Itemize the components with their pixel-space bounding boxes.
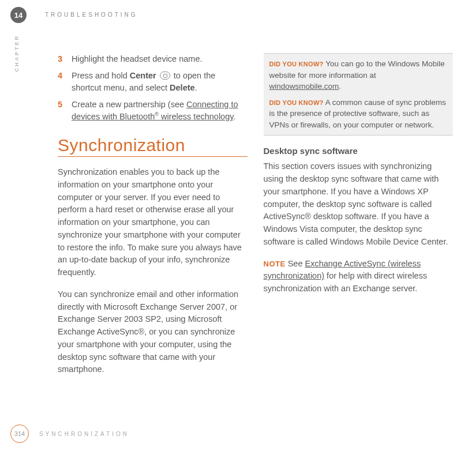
text: . — [233, 112, 235, 121]
note-label: NOTE — [264, 260, 286, 268]
right-column: DID YOU KNOW? You can go to the Windows … — [264, 53, 453, 422]
chapter-number-badge: 14 — [10, 7, 27, 23]
footer-title: SYNCHRONIZATION — [39, 431, 129, 437]
text: . — [339, 82, 341, 91]
step-text: Press and hold Center to open the shortc… — [72, 70, 248, 94]
paragraph: This section covers issues with synchron… — [264, 160, 453, 248]
bold: Center — [130, 71, 156, 80]
left-column: 3 Highlight the headset device name. 4 P… — [58, 53, 248, 422]
step-text: Create a new partnership (see Connecting… — [72, 99, 248, 123]
page-number: 314 — [10, 424, 29, 443]
link-windowsmobile[interactable]: windowsmobile.com — [269, 82, 339, 91]
did-you-know-box: DID YOU KNOW? You can go to the Windows … — [264, 53, 453, 136]
step-number: 4 — [58, 70, 65, 94]
text: Create a new partnership (see — [72, 100, 186, 109]
step-5: 5 Create a new partnership (see Connecti… — [58, 99, 248, 123]
bold: Delete — [170, 83, 195, 92]
paragraph: Synchronization enables you to back up t… — [58, 166, 248, 279]
step-4: 4 Press and hold Center to open the shor… — [58, 70, 248, 94]
step-text: Highlight the headset device name. — [72, 53, 203, 65]
section-heading: Synchronization — [58, 136, 248, 155]
dyk-label: DID YOU KNOW? — [269, 99, 324, 106]
registered-mark: ® — [155, 111, 159, 117]
header-title: TROUBLESHOOTING — [45, 12, 138, 18]
center-button-icon — [160, 72, 170, 80]
content-area: 3 Highlight the headset device name. 4 P… — [58, 53, 453, 422]
note-paragraph: NOTE See Exchange ActiveSync (wireless s… — [264, 258, 453, 295]
step-number: 5 — [58, 99, 65, 123]
text: See — [286, 259, 305, 268]
section-divider — [58, 156, 248, 157]
dyk-label: DID YOU KNOW? — [269, 61, 324, 67]
dyk-entry: DID YOU KNOW? A common cause of sync pro… — [269, 97, 448, 131]
text: Press and hold — [72, 71, 130, 80]
subheading: Desktop sync software — [264, 146, 453, 156]
text: . — [195, 83, 197, 92]
footer: 314 SYNCHRONIZATION — [10, 424, 129, 443]
paragraph: You can synchronize email and other info… — [58, 288, 248, 376]
dyk-entry: DID YOU KNOW? You can go to the Windows … — [269, 58, 448, 92]
step-number: 3 — [58, 53, 65, 65]
chapter-vertical-label: CHAPTER — [14, 35, 20, 72]
step-3: 3 Highlight the headset device name. — [58, 53, 248, 65]
